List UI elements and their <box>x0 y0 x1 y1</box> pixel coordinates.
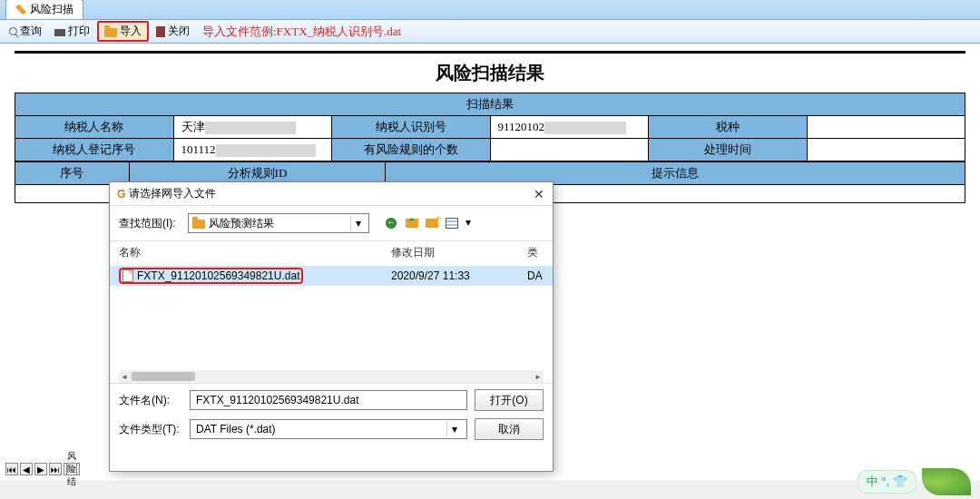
app-badge-icon: G <box>117 188 125 201</box>
lookin-value: 风险预测结果 <box>209 216 274 231</box>
folder-icon <box>192 220 205 229</box>
import-label: 导入 <box>120 24 142 39</box>
nav-last[interactable]: ⏭ <box>49 463 62 475</box>
lbl-proc-time: 处理时间 <box>649 139 808 161</box>
page-title: 风险扫描结果 <box>15 59 965 93</box>
up-folder-icon[interactable] <box>406 219 418 228</box>
val-taxpayer-name: 天津 <box>173 116 332 139</box>
import-tip: 导入文件范例:FXTX_纳税人识别号.dat <box>202 24 401 40</box>
dialog-bottom: 文件名(N): FXTX_91120102569349821U.dat 打开(O… <box>110 384 553 451</box>
search-button[interactable]: 查询 <box>4 22 47 41</box>
nav-first[interactable]: ⏮ <box>5 463 18 475</box>
edit-icon <box>15 5 26 15</box>
lbl-taxpayer-id: 纳税人识别号 <box>332 116 491 139</box>
val-taxpayer-id: 91120102 <box>490 116 649 139</box>
toolbar: 查询 打印 导入 关闭 导入文件范例:FXTX_纳税人识别号.dat <box>0 20 980 44</box>
sheet-nav: ⏮ ◀ ▶ ⏭ 风险结 <box>5 463 80 475</box>
nav-prev[interactable]: ◀ <box>20 463 33 475</box>
lbl-reg-no: 纳税人登记序号 <box>15 139 174 161</box>
dialog-titlebar: G 请选择网导入文件 ✕ <box>110 182 553 206</box>
back-icon[interactable] <box>384 216 398 230</box>
result-panel: 风险扫描结果 扫描结果 纳税人名称 天津 纳税人识别号 91120102 税种 <box>15 51 965 203</box>
tab-label: 风险扫描 <box>30 2 74 17</box>
file-type: DA <box>527 269 543 282</box>
view-dropdown-icon[interactable]: ▾ <box>466 216 471 230</box>
print-button[interactable]: 打印 <box>49 22 95 41</box>
sub-header: 扫描结果 <box>15 93 965 116</box>
file-name: FXTX_91120102569349821U.dat <box>137 269 299 282</box>
file-row[interactable]: FXTX_91120102569349821U.dat 2020/9/27 11… <box>110 266 553 286</box>
filename-label: 文件名(N): <box>119 393 182 408</box>
new-folder-icon[interactable] <box>426 219 438 228</box>
filetype-combo[interactable]: DAT Files (*.dat) ▾ <box>190 419 467 439</box>
lbl-tax-type: 税种 <box>649 116 808 139</box>
nav-next[interactable]: ▶ <box>34 463 47 475</box>
close-label: 关闭 <box>168 24 190 39</box>
file-list: 名称 修改日期 类 FXTX_91120102569349821U.dat 20… <box>110 240 553 384</box>
file-highlight: FXTX_91120102569349821U.dat <box>119 268 303 284</box>
sheet-tab[interactable]: 风险结 <box>64 463 80 475</box>
lookin-row: 查找范围(I): 风险预测结果 ▾ ▾ <box>110 206 553 240</box>
dialog-close-button[interactable]: ✕ <box>533 188 545 201</box>
tab-risk-scan[interactable]: 风险扫描 <box>5 0 83 19</box>
val-proc-time <box>807 139 965 161</box>
search-label: 查询 <box>20 24 42 39</box>
search-icon <box>9 27 17 35</box>
folder-icon <box>104 28 117 37</box>
leaf-icon <box>922 468 971 495</box>
filetype-label: 文件类型(T): <box>119 422 182 437</box>
print-icon <box>54 29 65 36</box>
file-modified: 2020/9/27 11:33 <box>391 269 527 282</box>
result-table: 扫描结果 纳税人名称 天津 纳税人识别号 91120102 税种 纳税人登记序号 <box>15 93 965 161</box>
horizontal-scrollbar[interactable] <box>119 370 544 383</box>
print-label: 打印 <box>68 24 90 39</box>
lookin-label: 查找范围(I): <box>119 216 182 231</box>
col-type[interactable]: 类 <box>527 245 538 260</box>
cancel-button[interactable]: 取消 <box>475 418 544 440</box>
chevron-down-icon: ▾ <box>350 216 365 230</box>
file-open-dialog: G 请选择网导入文件 ✕ 查找范围(I): 风险预测结果 ▾ ▾ 名称 修改日期 <box>109 181 554 472</box>
file-icon <box>122 269 133 282</box>
col-modified[interactable]: 修改日期 <box>391 245 527 260</box>
val-reg-no: 101112 <box>173 139 332 161</box>
lbl-taxpayer-name: 纳税人名称 <box>15 116 174 139</box>
lbl-risk-count: 有风险规则的个数 <box>332 139 491 161</box>
tab-bar: 风险扫描 <box>0 0 980 20</box>
ime-badge: 中 °, 👕 <box>858 468 971 495</box>
import-button[interactable]: 导入 <box>97 21 149 42</box>
lookin-combo[interactable]: 风险预测结果 ▾ <box>188 213 369 233</box>
view-mode-icon[interactable] <box>446 218 458 229</box>
filename-input[interactable]: FXTX_91120102569349821U.dat <box>190 390 467 410</box>
ime-text[interactable]: 中 °, 👕 <box>858 470 916 494</box>
close-icon <box>156 26 165 37</box>
val-risk-count <box>490 139 649 161</box>
chevron-down-icon: ▾ <box>446 422 461 436</box>
col-name[interactable]: 名称 <box>119 245 391 260</box>
scrollbar-thumb[interactable] <box>132 372 195 381</box>
open-button[interactable]: 打开(O) <box>475 389 544 411</box>
dialog-nav-icons: ▾ <box>384 216 471 230</box>
file-list-header: 名称 修改日期 类 <box>110 241 553 266</box>
app-window: 风险扫描 查询 打印 导入 关闭 导入文件范例:FXTX_纳税人识别号.dat … <box>0 0 980 481</box>
close-button[interactable]: 关闭 <box>151 22 195 41</box>
val-tax-type <box>807 116 965 139</box>
dialog-title: 请选择网导入文件 <box>129 186 216 201</box>
